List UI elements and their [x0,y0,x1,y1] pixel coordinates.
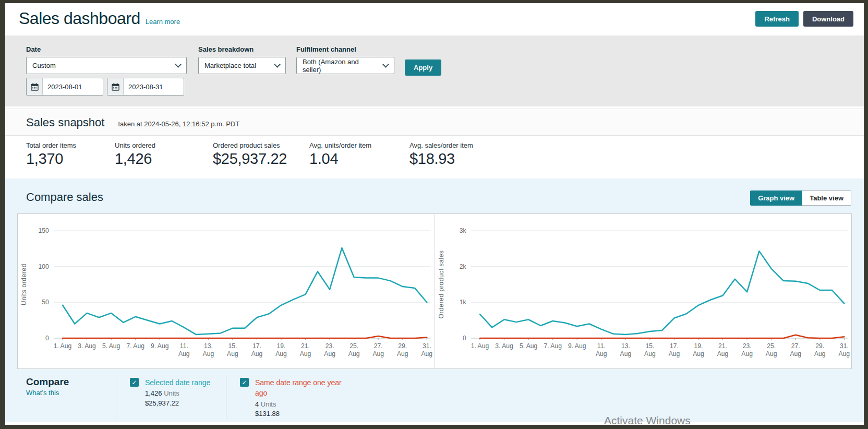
calendar-icon[interactable] [107,78,124,95]
units-ordered-chart: 0501001501. Aug3. Aug5. Aug7. Aug9. Aug1… [18,214,435,368]
stat-avg-sales-order-item: Avg. sales/order item $18.93 [409,141,473,168]
svg-text:Aug: Aug [644,350,656,358]
svg-text:19.: 19. [277,342,286,350]
compare-legend: Compare What’s this ✓ Selected date rang… [17,369,852,422]
svg-text:Aug: Aug [421,350,433,358]
svg-text:27.: 27. [374,342,383,350]
snapshot-title: Sales snapshot [26,116,104,129]
svg-text:11.: 11. [597,342,605,350]
sales-breakdown-select[interactable]: Marketplace total [198,57,286,74]
graph-view-button[interactable]: Graph view [750,190,802,206]
compare-sales-section: Compare sales Graph view Table view 0501… [5,178,864,422]
svg-text:5. Aug: 5. Aug [102,342,120,350]
svg-text:13.: 13. [621,342,630,350]
svg-text:Aug: Aug [765,350,777,358]
svg-text:Aug: Aug [227,350,238,358]
svg-text:Aug: Aug [814,350,825,358]
svg-text:31.: 31. [423,342,431,350]
svg-text:Aug: Aug [693,350,704,358]
snapshot-timestamp: taken at 2024-05-26, 12:16:52 p.m. PDT [118,120,239,128]
svg-text:Aug: Aug [838,350,850,358]
svg-text:Aug: Aug [324,350,335,358]
svg-text:29.: 29. [815,342,824,350]
legend-item-label: Selected date range [145,377,210,388]
svg-text:Aug: Aug [372,350,384,358]
activate-windows-watermark: Activate Windows [604,414,691,425]
svg-text:Aug: Aug [717,350,728,358]
svg-text:13.: 13. [204,342,213,350]
svg-text:Aug: Aug [741,350,753,358]
svg-text:17.: 17. [252,342,261,350]
date-to-field[interactable] [107,78,184,96]
apply-button[interactable]: Apply [405,59,441,76]
compare-sales-title: Compare sales [26,190,103,204]
learn-more-link[interactable]: Learn more [146,18,180,26]
fulfilment-channel-select[interactable]: Both (Amazon and seller) [296,57,394,74]
date-from-field[interactable] [26,78,103,96]
svg-text:Aug: Aug [203,350,214,358]
svg-text:Aug: Aug [595,350,607,358]
page-header: Sales dashboard Learn more Refresh Downl… [5,3,864,35]
stat-total-order-items: Total order items 1,370 [26,141,115,168]
download-button[interactable]: Download [803,11,853,27]
svg-text:1. Aug: 1. Aug [54,342,71,350]
svg-text:100: 100 [38,263,49,270]
svg-text:Aug: Aug [300,350,311,358]
date-to-input[interactable] [124,78,184,95]
svg-text:Ordered product sales: Ordered product sales [438,250,445,318]
view-toggle: Graph view Table view [750,190,851,206]
one-year-ago-checkbox[interactable]: ✓ [240,378,249,387]
svg-text:9. Aug: 9. Aug [151,342,168,350]
svg-text:7. Aug: 7. Aug [544,342,561,350]
stat-ordered-product-sales: Ordered product sales $25,937.22 [213,141,309,168]
svg-text:Aug: Aug [790,350,801,358]
svg-text:Aug: Aug [251,350,263,358]
svg-text:29.: 29. [398,342,407,350]
charts-panel: 0501001501. Aug3. Aug5. Aug7. Aug9. Aug1… [17,213,852,369]
svg-text:1k: 1k [459,299,466,306]
svg-text:1. Aug: 1. Aug [471,342,488,350]
svg-text:0: 0 [45,335,49,342]
svg-text:Aug: Aug [397,350,408,358]
svg-text:Aug: Aug [620,350,631,358]
selected-range-checkbox[interactable]: ✓ [130,378,139,387]
date-range-select[interactable]: Custom [26,57,187,74]
svg-text:11.: 11. [180,342,188,350]
svg-text:23.: 23. [326,342,334,350]
stat-units-ordered: Units ordered 1,426 [115,141,213,168]
table-view-button[interactable]: Table view [802,190,851,206]
svg-text:19.: 19. [694,342,703,350]
calendar-icon[interactable] [27,78,43,95]
svg-text:Aug: Aug [348,350,360,358]
page-title: Sales dashboard [19,9,140,28]
app-window: Sales dashboard Learn more Refresh Downl… [5,3,864,425]
svg-text:Aug: Aug [178,350,190,358]
legend-item-one-year-ago: ✓ Same date range one year ago 4 Units $… [226,376,367,419]
svg-text:3k: 3k [459,227,466,234]
snapshot-stats-row: Total order items 1,370 Units ordered 1,… [5,136,864,176]
breakdown-filter-group: Sales breakdown Marketplace total [198,45,286,74]
chevron-down-icon [382,61,389,68]
refresh-button[interactable]: Refresh [755,11,798,27]
stat-avg-units-order-item: Avg. units/order item 1.04 [309,141,409,168]
whats-this-link[interactable]: What’s this [26,389,59,397]
svg-text:50: 50 [42,299,49,306]
date-range-value: Custom [32,62,56,69]
svg-text:0: 0 [462,335,466,342]
filter-bar: Date Custom [5,35,864,106]
svg-text:5. Aug: 5. Aug [519,342,537,350]
breakdown-filter-label: Sales breakdown [198,45,286,53]
date-filter-label: Date [26,45,188,53]
fulfilment-channel-value: Both (Amazon and seller) [303,58,378,74]
sales-breakdown-value: Marketplace total [204,62,256,69]
date-from-input[interactable] [43,78,103,95]
svg-text:21.: 21. [301,342,310,350]
svg-text:17.: 17. [670,342,679,350]
svg-text:31.: 31. [839,342,848,350]
svg-text:15.: 15. [228,342,237,350]
chevron-down-icon [274,61,281,68]
compare-heading: Compare [26,376,116,388]
svg-text:25.: 25. [767,342,776,350]
svg-text:7. Aug: 7. Aug [126,342,144,350]
svg-text:3. Aug: 3. Aug [495,342,513,350]
